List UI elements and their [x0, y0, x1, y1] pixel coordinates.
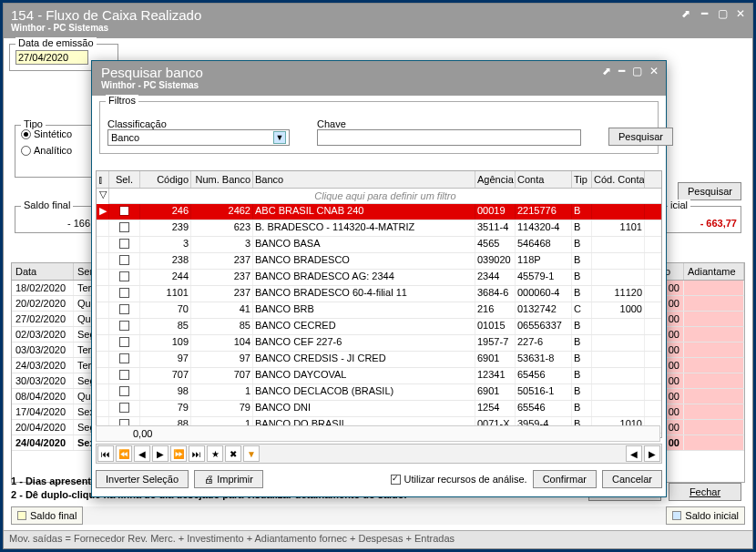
chave-label: Chave: [317, 118, 581, 129]
col-conta[interactable]: Conta: [516, 171, 572, 188]
bank-row[interactable]: 70 41 BANCO BRB 216 0132742 C 1000: [97, 302, 661, 319]
col-sel[interactable]: Sel.: [109, 171, 140, 188]
col-cod-conta[interactable]: Cód. Conta: [592, 171, 645, 188]
col-banco[interactable]: Banco: [253, 171, 475, 188]
modal-maximize-icon[interactable]: ▢: [632, 65, 642, 77]
imprimir-button[interactable]: 🖨 Imprimir: [194, 470, 263, 488]
nav-filter[interactable]: ▼: [243, 445, 260, 462]
saldo-final-box: Saldo final - 166: [15, 206, 95, 233]
classificacao-dropdown[interactable]: Banco ▼: [107, 129, 290, 146]
bank-row[interactable]: 97 97 BANCO CREDSIS - JI CRED 6901 53631…: [97, 352, 661, 368]
nav-nextpage[interactable]: ⏩: [170, 445, 187, 462]
saldo-final-button[interactable]: Saldo final: [11, 506, 83, 525]
bank-row[interactable]: 3 3 BANCO BASA 4565 546468 B: [97, 237, 661, 253]
saldo-final-value: - 166: [19, 218, 90, 229]
sum-row: 0,00: [96, 425, 660, 442]
bank-row[interactable]: 707 707 BANCO DAYCOVAL 12341 65456 B: [97, 368, 661, 384]
col-adiant[interactable]: Adiantame: [684, 263, 744, 280]
bank-row[interactable]: 244 237 BANCO BRADESCO AG: 2344 2344 455…: [97, 270, 661, 286]
filtros-label: Filtros: [106, 95, 138, 106]
nav-unfilter[interactable]: ✖: [225, 445, 241, 462]
saldo-inicial-button[interactable]: Saldo inicial: [666, 506, 745, 525]
main-titlebar: 154 - Fluxo de Caixa Realizado Winthor -…: [4, 4, 752, 38]
tipo-fieldset: Tipo Sintético Analítico: [15, 125, 97, 178]
bank-row[interactable]: 98 1 BANCO DECLACOB (BRASIL) 6901 50516-…: [97, 384, 661, 401]
classificacao-value: Banco: [111, 132, 139, 143]
modal-titlebar: Pesquisar banco Winthor - PC Sistemas ⬈ …: [92, 61, 666, 96]
col-indicator[interactable]: ⫿: [97, 171, 109, 188]
modal-subtitle: Winthor - PC Sistemas: [101, 80, 657, 90]
bank-row[interactable]: 239 623 B. BRADESCO - 114320-4-MATRIZ 35…: [97, 220, 661, 237]
modal-title: Pesquisar banco: [101, 65, 657, 80]
bank-row[interactable]: 1101 237 BANCO BRADESCO 60-4-filial 11 3…: [97, 286, 661, 302]
confirmar-button[interactable]: Confirmar: [533, 470, 597, 488]
minimize-icon[interactable]: ━: [698, 7, 710, 20]
bank-row[interactable]: 79 79 BANCO DNI 1254 65546 B: [97, 401, 661, 417]
radio-sintetico[interactable]: [21, 129, 31, 139]
emission-date-input[interactable]: [15, 50, 88, 65]
col-num[interactable]: Num. Banco: [191, 171, 253, 188]
search-bank-modal: Pesquisar banco Winthor - PC Sistemas ⬈ …: [91, 60, 667, 497]
nav-prevpage[interactable]: ⏪: [116, 445, 132, 462]
grid-navbar: ⏮ ⏪ ◀ ▶ ⏩ ⏭ ★ ✖ ▼ ◀ ▶: [96, 444, 662, 464]
inverter-button[interactable]: Inverter Seleção: [96, 470, 189, 488]
maximize-icon[interactable]: ▢: [716, 7, 729, 20]
saldo-inicial-box: icial - 663,77: [661, 206, 741, 233]
classificacao-label: Classificação: [107, 118, 290, 129]
saldo-inicial-value: - 663,77: [666, 218, 737, 229]
col-data[interactable]: Data: [12, 263, 74, 280]
nav-next[interactable]: ▶: [152, 445, 169, 462]
modal-restore-icon[interactable]: ⬈: [602, 65, 611, 77]
analise-checkbox[interactable]: Utilizar recursos de análise.: [391, 474, 527, 485]
restore-icon[interactable]: ⬈: [679, 7, 692, 20]
close-icon[interactable]: ✕: [734, 7, 747, 20]
chevron-down-icon[interactable]: ▼: [273, 131, 286, 144]
modal-close-icon[interactable]: ✕: [649, 65, 659, 77]
nav-prev[interactable]: ◀: [134, 445, 150, 462]
filtros-fieldset: Filtros Classificação Banco ▼ Chave Pesq…: [99, 101, 659, 154]
fechar-button[interactable]: Fechar: [669, 483, 741, 501]
nav-last[interactable]: ⏭: [189, 445, 205, 462]
nav-expand-right[interactable]: ▶: [644, 445, 660, 462]
radio-analitico[interactable]: [21, 146, 31, 156]
bank-grid[interactable]: ⫿ Sel. Código Num. Banco Banco Agência C…: [96, 170, 662, 438]
main-subtitle: Winthor - PC Sistemas: [11, 23, 745, 33]
chave-input[interactable]: [317, 129, 581, 146]
col-tipo[interactable]: Tip: [572, 171, 592, 188]
col-agencia[interactable]: Agência: [475, 171, 516, 188]
saldo-inicial-label: icial: [668, 199, 690, 210]
pesquisar-button[interactable]: Pesquisar: [678, 182, 741, 200]
bank-row[interactable]: 85 85 BANCO CECRED 01015 06556337 B: [97, 319, 661, 335]
tipo-label: Tipo: [21, 118, 46, 129]
nav-bookmark[interactable]: ★: [207, 445, 223, 462]
main-title: 154 - Fluxo de Caixa Realizado: [11, 7, 745, 23]
emission-label: Data de emissão: [15, 37, 97, 48]
statusbar: Mov. saídas = Fornecedor Rev. Merc. + In…: [4, 530, 752, 548]
modal-pesquisar-button[interactable]: Pesquisar: [608, 128, 673, 146]
label-sintetico: Sintético: [34, 128, 72, 139]
saldo-final-label: Saldo final: [21, 199, 73, 210]
bank-row[interactable]: 109 104 BANCO CEF 227-6 1957-7 227-6 B: [97, 335, 661, 352]
label-analitico: Analítico: [34, 145, 72, 156]
cancelar-button[interactable]: Cancelar: [602, 470, 662, 488]
nav-first[interactable]: ⏮: [97, 445, 114, 462]
modal-minimize-icon[interactable]: ━: [618, 65, 625, 77]
bank-row[interactable]: 238 237 BANCO BRADESCO 039020 118P B: [97, 253, 661, 270]
filter-hint[interactable]: Clique aqui para definir um filtro: [109, 189, 661, 204]
col-codigo[interactable]: Código: [140, 171, 191, 188]
bank-row[interactable]: ▶ 246 2462 ABC BRASIL CNAB 240 00019 221…: [97, 204, 661, 220]
nav-expand-left[interactable]: ◀: [626, 445, 642, 462]
